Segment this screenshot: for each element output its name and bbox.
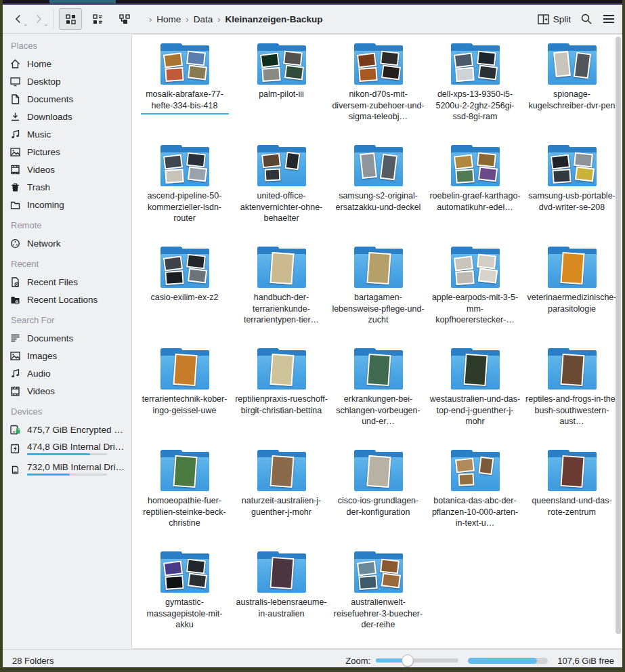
folder-item[interactable]: gymtastic-massagepistole-mit-akku (136, 549, 233, 649)
sidebar-item-documents[interactable]: Documents (9, 329, 131, 347)
folder-item[interactable]: cisco-ios-grundlagen-der-konfiguration (330, 448, 427, 549)
photo-thumbnail (264, 168, 280, 181)
search-button[interactable] (580, 13, 592, 25)
folder-item[interactable]: ascend-pipeline-50-kommerzieller-isdn-ro… (136, 143, 233, 245)
breadcrumb-item-data[interactable]: Data (194, 14, 213, 24)
folder-item[interactable]: terrarientechnik-kober-ingo-geissel-uwe (136, 346, 233, 448)
network-icon (9, 238, 21, 249)
sidebar-item-home[interactable]: Home (9, 55, 131, 72)
breadcrumb-item-kleinanzeigen-backup[interactable]: Kleinanzeigen-Backup (225, 14, 323, 24)
photo-thumbnail (380, 559, 400, 574)
sidebar-item-documents[interactable]: Documents (9, 90, 131, 108)
photo-thumbnail (284, 64, 303, 80)
folder-item[interactable]: dell-xps-13-9350-i5-5200u-2-2ghz-256gi-s… (427, 41, 523, 143)
breadcrumb-item-home[interactable]: Home (156, 14, 181, 24)
folder-icon (546, 348, 599, 391)
photo-thumbnail (358, 575, 377, 590)
photo-thumbnail (453, 52, 473, 68)
photo-thumbnail (381, 572, 400, 588)
sidebar-item-label: 474,8 GiB Internal Dri… (27, 442, 124, 452)
folder-item[interactable]: roebelin-graef-karthago-automatikuhr-ede… (427, 143, 523, 245)
sidebar-item-audio[interactable]: Audio (9, 364, 131, 382)
folder-item[interactable]: veterinaermedizinische-parasitologie (523, 245, 620, 346)
sidebar-item-videos[interactable]: Videos (9, 161, 131, 178)
forward-button[interactable]: ⌄ (28, 9, 49, 29)
folder-item[interactable]: reptilienpraxis-rueschoff-birgit-christi… (233, 346, 330, 448)
folder-icon (352, 449, 405, 492)
sidebar-item-recent-locations[interactable]: Recent Locations (9, 291, 131, 308)
folder-name: westaustralien-und-das-top-end-j-guenthe… (429, 394, 522, 427)
folder-item[interactable]: homoeopathie-fuer-reptilien-steinke-beck… (136, 448, 233, 549)
music-icon (9, 129, 21, 140)
photo-thumbnail (360, 152, 377, 179)
back-history-caret-icon[interactable]: ⌄ (23, 22, 28, 27)
sidebar-item-desktop[interactable]: Desktop (9, 72, 131, 90)
photo-thumbnail (173, 354, 197, 386)
sidebar-item-downloads[interactable]: Downloads (9, 108, 131, 125)
folder-item[interactable]: queensland-und-das-rote-zentrum (523, 448, 620, 549)
folder-icon (449, 449, 502, 492)
zoom-slider[interactable] (376, 654, 458, 667)
folder-icon (449, 246, 502, 289)
breadcrumb: ›Home›Data›Kleinanzeigen-Backup (144, 14, 323, 24)
photo-thumbnail (163, 52, 182, 68)
folder-item[interactable]: palm-pilot-iii (233, 41, 330, 143)
sidebar-item-trash[interactable]: Trash (9, 178, 131, 196)
folder-grid: mosaik-abrafaxe-77-hefte-334-bis-418palm… (132, 35, 622, 649)
zoom-slider-handle[interactable] (402, 654, 414, 667)
photo-thumbnail (550, 154, 569, 169)
folder-icon (352, 348, 405, 391)
icons-view-button[interactable] (59, 8, 82, 30)
vertical-scrollbar[interactable] (616, 37, 621, 646)
split-button[interactable]: Split (538, 14, 571, 24)
folder-name: dell-xps-13-9350-i5-5200u-2-2ghz-256gi-s… (429, 89, 522, 123)
trash-icon (9, 182, 21, 193)
folder-item[interactable]: nikon-d70s-mit-diversem-zubehoer-und-sig… (330, 41, 427, 143)
folder-item[interactable]: australis-lebensraeume-in-australien (233, 549, 330, 649)
folder-item[interactable]: naturzeit-australien-j-guenther-j-mohr (233, 448, 330, 549)
sidebar-item-videos[interactable]: Videos (9, 382, 131, 400)
folder-item[interactable]: samsung-s2-original-ersatzakku-und-decke… (330, 143, 427, 245)
document-icon (9, 93, 21, 105)
scrollbar-handle[interactable] (616, 37, 621, 634)
hamburger-menu-button[interactable] (602, 14, 616, 24)
sidebar-item-pictures[interactable]: Pictures (9, 143, 131, 161)
hamburger-menu-icon (602, 14, 616, 24)
sidebar-item-incoming[interactable]: Incoming (9, 196, 131, 213)
free-space-bar-fill (468, 658, 536, 664)
folder-item[interactable]: australienwelt-reisefuehrer-3-buecher-de… (330, 549, 427, 649)
folder-item[interactable]: mosaik-abrafaxe-77-hefte-334-bis-418 (136, 41, 233, 143)
folder-item[interactable]: botanica-das-abc-der-pflanzen-10-000-art… (427, 448, 523, 549)
sidebar-item-recent-files[interactable]: Recent Files (9, 273, 131, 291)
folder-item[interactable]: united-office-aktenvernichter-ohne-behae… (233, 143, 330, 245)
folder-item[interactable]: samsung-usb-portable-dvd-writer-se-208 (523, 143, 620, 245)
folder-item[interactable]: erkrankungen-bei-schlangen-vorbeugen-und… (330, 346, 427, 448)
folder-item[interactable]: handbuch-der-terrarienkunde-terrarientyp… (233, 245, 330, 346)
forward-icon (33, 14, 44, 24)
toolbar-right-group: Split (538, 13, 616, 25)
details-view-button[interactable] (86, 8, 109, 30)
back-button[interactable]: ⌄ (8, 9, 28, 29)
sidebar-section-search-for: Search For (11, 315, 131, 325)
folder-item[interactable]: reptiles-and-frogs-in-the-bush-southwest… (523, 346, 620, 448)
folder-icon (255, 551, 308, 594)
folder-icon (352, 43, 405, 86)
folder-item[interactable]: apple-earpods-mit-3-5-mm-kopfhoerersteck… (427, 245, 523, 346)
forward-history-caret-icon[interactable]: ⌄ (43, 22, 48, 27)
device-usage-fill (27, 453, 90, 455)
sidebar-item-732-0-mib-internal-dri[interactable]: 732,0 MiB Internal Dri… (9, 459, 131, 479)
tree-view-button[interactable] (113, 8, 136, 30)
photo-thumbnail (366, 455, 391, 488)
folder-item[interactable]: casio-exilim-ex-z2 (136, 245, 233, 346)
folder-name: ascend-pipeline-50-kommerzieller-isdn-ro… (138, 190, 232, 224)
sidebar-item-475-7-gib-encrypted[interactable]: 475,7 GiB Encrypted … (9, 421, 131, 438)
folder-item[interactable]: spionage-kugelschreiber-dvr-pen (523, 41, 620, 143)
folder-item[interactable]: westaustralien-und-das-top-end-j-guenthe… (427, 346, 523, 448)
sidebar-item-network[interactable]: Network (9, 234, 131, 252)
current-item-underline (141, 113, 229, 114)
sidebar-item-music[interactable]: Music (9, 125, 131, 143)
toolbar-separator (53, 9, 53, 28)
sidebar-item-images[interactable]: Images (9, 347, 131, 364)
folder-item[interactable]: bartagamen-lebensweise-pflege-und-zucht (330, 245, 427, 346)
sidebar-item-474-8-gib-internal-dri[interactable]: 474,8 GiB Internal Dri… (9, 438, 131, 459)
